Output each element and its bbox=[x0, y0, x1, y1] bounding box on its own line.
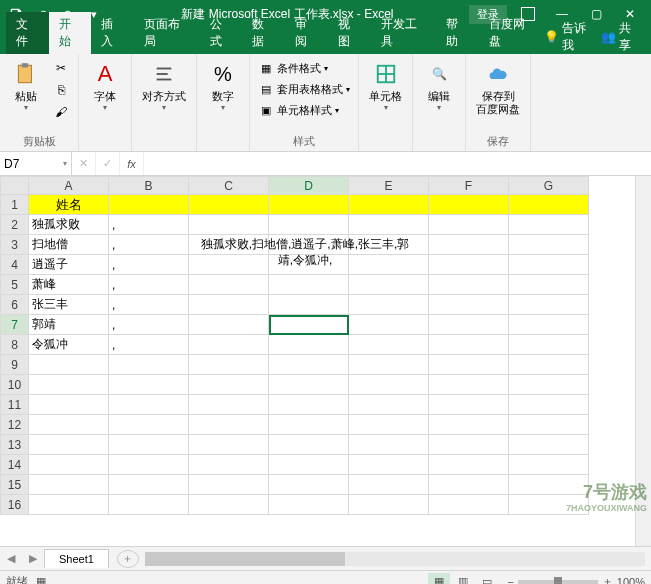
cell-G6[interactable] bbox=[509, 295, 589, 315]
sheet-tab[interactable]: Sheet1 bbox=[44, 549, 109, 568]
cell-E9[interactable] bbox=[349, 355, 429, 375]
number-button[interactable]: % 数字▾ bbox=[203, 58, 243, 114]
zoom-slider[interactable] bbox=[518, 580, 598, 584]
cell-C16[interactable] bbox=[189, 495, 269, 515]
cell-F14[interactable] bbox=[429, 455, 509, 475]
cell-B14[interactable] bbox=[109, 455, 189, 475]
row-header-16[interactable]: 16 bbox=[1, 495, 29, 515]
cell-E3[interactable] bbox=[349, 235, 429, 255]
cell-D11[interactable] bbox=[269, 395, 349, 415]
enter-formula-icon[interactable]: ✓ bbox=[96, 152, 120, 175]
cell-E11[interactable] bbox=[349, 395, 429, 415]
cell-B3[interactable]: , bbox=[109, 235, 189, 255]
col-header-C[interactable]: C bbox=[189, 177, 269, 195]
cell-F12[interactable] bbox=[429, 415, 509, 435]
cell-B11[interactable] bbox=[109, 395, 189, 415]
zoom-out-button[interactable]: − bbox=[507, 576, 513, 585]
row-header-6[interactable]: 6 bbox=[1, 295, 29, 315]
save-baidu-button[interactable]: 保存到 百度网盘 bbox=[472, 58, 524, 118]
view-pagebreak-button[interactable]: ▭ bbox=[476, 573, 498, 585]
cell-D10[interactable] bbox=[269, 375, 349, 395]
cell-E10[interactable] bbox=[349, 375, 429, 395]
cell-B2[interactable]: , bbox=[109, 215, 189, 235]
sheet-nav-next[interactable]: ▶ bbox=[22, 552, 44, 565]
grid-table[interactable]: ABCDEFG1姓名2独孤求败,3扫地僧,4逍遥子,5萧峰,6张三丰,7郭靖,8… bbox=[0, 176, 589, 515]
cell-G9[interactable] bbox=[509, 355, 589, 375]
vertical-scrollbar[interactable] bbox=[635, 176, 651, 546]
edit-button[interactable]: 🔍 编辑▾ bbox=[419, 58, 459, 114]
cell-C13[interactable] bbox=[189, 435, 269, 455]
tab-data[interactable]: 数据 bbox=[242, 12, 285, 54]
cell-E16[interactable] bbox=[349, 495, 429, 515]
cell-A14[interactable] bbox=[29, 455, 109, 475]
row-header-15[interactable]: 15 bbox=[1, 475, 29, 495]
cell-A11[interactable] bbox=[29, 395, 109, 415]
cell-E15[interactable] bbox=[349, 475, 429, 495]
fx-icon[interactable]: fx bbox=[120, 152, 144, 175]
cell-B15[interactable] bbox=[109, 475, 189, 495]
cell-E12[interactable] bbox=[349, 415, 429, 435]
cell-B13[interactable] bbox=[109, 435, 189, 455]
cell-D13[interactable] bbox=[269, 435, 349, 455]
cell-D4[interactable] bbox=[269, 255, 349, 275]
cell-F15[interactable] bbox=[429, 475, 509, 495]
cell-G3[interactable] bbox=[509, 235, 589, 255]
copy-button[interactable]: ⎘ bbox=[50, 80, 72, 100]
cell-A15[interactable] bbox=[29, 475, 109, 495]
view-normal-button[interactable]: ▦ bbox=[428, 573, 450, 585]
cell-C9[interactable] bbox=[189, 355, 269, 375]
cell-D14[interactable] bbox=[269, 455, 349, 475]
row-header-4[interactable]: 4 bbox=[1, 255, 29, 275]
row-header-13[interactable]: 13 bbox=[1, 435, 29, 455]
cell-G14[interactable] bbox=[509, 455, 589, 475]
cell-E1[interactable] bbox=[349, 195, 429, 215]
cell-D16[interactable] bbox=[269, 495, 349, 515]
col-header-G[interactable]: G bbox=[509, 177, 589, 195]
name-box[interactable]: D7▾ bbox=[0, 152, 72, 175]
cell-G11[interactable] bbox=[509, 395, 589, 415]
cell-D5[interactable] bbox=[269, 275, 349, 295]
cell-A6[interactable]: 张三丰 bbox=[29, 295, 109, 315]
cell-F5[interactable] bbox=[429, 275, 509, 295]
col-header-A[interactable]: A bbox=[29, 177, 109, 195]
cell-C8[interactable] bbox=[189, 335, 269, 355]
cell-F9[interactable] bbox=[429, 355, 509, 375]
cell-D15[interactable] bbox=[269, 475, 349, 495]
tab-file[interactable]: 文件 bbox=[6, 12, 49, 54]
cell-C12[interactable] bbox=[189, 415, 269, 435]
cell-F13[interactable] bbox=[429, 435, 509, 455]
tab-view[interactable]: 视图 bbox=[328, 12, 371, 54]
row-header-12[interactable]: 12 bbox=[1, 415, 29, 435]
cells-button[interactable]: 单元格▾ bbox=[365, 58, 406, 114]
paste-button[interactable]: 粘贴▾ bbox=[6, 58, 46, 114]
cell-G15[interactable] bbox=[509, 475, 589, 495]
conditional-format-button[interactable]: ▦条件格式 ▾ bbox=[256, 58, 352, 79]
cell-F11[interactable] bbox=[429, 395, 509, 415]
cell-A16[interactable] bbox=[29, 495, 109, 515]
cell-A5[interactable]: 萧峰 bbox=[29, 275, 109, 295]
row-header-11[interactable]: 11 bbox=[1, 395, 29, 415]
cell-C14[interactable] bbox=[189, 455, 269, 475]
zoom-in-button[interactable]: ＋ bbox=[602, 574, 613, 584]
cell-A13[interactable] bbox=[29, 435, 109, 455]
table-format-button[interactable]: ▤套用表格格式 ▾ bbox=[256, 79, 352, 100]
cell-A1[interactable]: 姓名 bbox=[29, 195, 109, 215]
cell-F3[interactable] bbox=[429, 235, 509, 255]
cell-D8[interactable] bbox=[269, 335, 349, 355]
add-sheet-button[interactable]: ＋ bbox=[117, 550, 139, 568]
col-header-B[interactable]: B bbox=[109, 177, 189, 195]
cell-D9[interactable] bbox=[269, 355, 349, 375]
row-header-5[interactable]: 5 bbox=[1, 275, 29, 295]
row-header-10[interactable]: 10 bbox=[1, 375, 29, 395]
col-header-D[interactable]: D bbox=[269, 177, 349, 195]
cancel-formula-icon[interactable]: ✕ bbox=[72, 152, 96, 175]
sheet-nav-prev[interactable]: ◀ bbox=[0, 552, 22, 565]
cell-F7[interactable] bbox=[429, 315, 509, 335]
cell-C2[interactable] bbox=[189, 215, 269, 235]
row-header-7[interactable]: 7 bbox=[1, 315, 29, 335]
tab-formulas[interactable]: 公式 bbox=[200, 12, 243, 54]
cell-A9[interactable] bbox=[29, 355, 109, 375]
tab-review[interactable]: 审阅 bbox=[285, 12, 328, 54]
cell-B5[interactable]: , bbox=[109, 275, 189, 295]
cell-C5[interactable] bbox=[189, 275, 269, 295]
